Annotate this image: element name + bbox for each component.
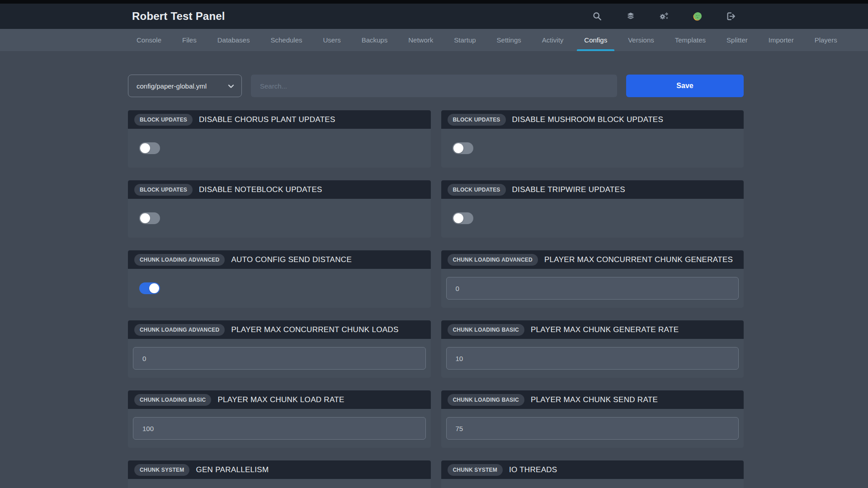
category-badge: BLOCK UPDATES [448,184,506,196]
config-card-header: CHUNK LOADING ADVANCEDPLAYER MAX CONCURR… [441,250,744,269]
config-card-header: CHUNK SYSTEMIO THREADS [441,460,744,479]
toggle-knob [149,283,159,293]
tab-databases[interactable]: Databases [210,29,257,51]
config-toggle[interactable] [139,142,160,154]
config-card-header: CHUNK LOADING BASICPLAYER MAX CHUNK SEND… [441,390,744,409]
main-content: config/paper-global.yml Save BLOCK UPDAT… [128,75,744,488]
tab-schedules[interactable]: Schedules [263,29,309,51]
config-card: CHUNK LOADING BASICPLAYER MAX CHUNK SEND… [441,390,744,448]
config-card-body [128,409,431,448]
tab-activity[interactable]: Activity [535,29,571,51]
config-title: PLAYER MAX CONCURRENT CHUNK GENERATES [544,255,733,264]
config-title: DISABLE CHORUS PLANT UPDATES [199,115,335,124]
config-card: CHUNK LOADING BASICPLAYER MAX CHUNK LOAD… [128,390,431,448]
toggle-knob [140,213,150,223]
configs-toolbar: config/paper-global.yml Save [128,75,744,97]
config-card-body [128,199,431,238]
category-badge: CHUNK SYSTEM [448,464,503,476]
tab-players[interactable]: Players [807,29,844,51]
config-card-header: CHUNK SYSTEMGEN PARALLELISM [128,460,431,479]
tab-network[interactable]: Network [401,29,440,51]
toggle-knob [453,213,463,223]
config-toggle[interactable] [453,212,473,224]
config-value-input[interactable] [446,277,739,300]
top-black-strip [0,0,868,4]
config-title: IO THREADS [509,465,557,474]
config-value-input[interactable] [133,417,426,440]
layers-icon[interactable] [626,11,636,21]
config-title: PLAYER MAX CHUNK GENERATE RATE [531,325,679,334]
category-badge: CHUNK LOADING BASIC [448,324,524,336]
save-button[interactable]: Save [626,75,744,97]
config-card: CHUNK LOADING ADVANCEDAUTO CONFIG SEND D… [128,250,431,308]
tab-users[interactable]: Users [316,29,348,51]
config-card-header: CHUNK LOADING BASICPLAYER MAX CHUNK LOAD… [128,390,431,409]
search-icon[interactable] [592,11,602,21]
config-card-body [441,269,744,308]
config-card-header: BLOCK UPDATESDISABLE MUSHROOM BLOCK UPDA… [441,110,744,129]
chevron-down-icon [228,82,234,90]
tab-importer[interactable]: Importer [761,29,801,51]
config-title: PLAYER MAX CONCURRENT CHUNK LOADS [231,325,398,334]
config-card-header: CHUNK LOADING ADVANCEDPLAYER MAX CONCURR… [128,320,431,339]
config-card: BLOCK UPDATESDISABLE CHORUS PLANT UPDATE… [128,110,431,168]
config-card: CHUNK LOADING ADVANCEDPLAYER MAX CONCURR… [128,320,431,378]
config-cards-grid: BLOCK UPDATESDISABLE CHORUS PLANT UPDATE… [128,110,744,488]
gears-icon[interactable] [659,11,669,21]
config-file-select[interactable]: config/paper-global.yml [128,75,242,97]
tab-settings[interactable]: Settings [490,29,528,51]
tab-configs[interactable]: Configs [577,29,614,51]
tab-versions[interactable]: Versions [621,29,661,51]
config-title: AUTO CONFIG SEND DISTANCE [231,255,352,264]
category-badge: BLOCK UPDATES [134,114,193,126]
config-title: DISABLE NOTEBLOCK UPDATES [199,185,322,194]
config-title: DISABLE MUSHROOM BLOCK UPDATES [512,115,664,124]
tab-splitter[interactable]: Splitter [719,29,755,51]
category-badge: CHUNK LOADING ADVANCED [134,324,225,336]
toggle-knob [140,143,150,153]
tab-backups[interactable]: Backups [354,29,395,51]
category-badge: CHUNK SYSTEM [134,464,189,476]
config-card-body [441,199,744,238]
tab-startup[interactable]: Startup [447,29,483,51]
config-value-input[interactable] [446,417,739,440]
nav-bar: ConsoleFilesDatabasesSchedulesUsersBacku… [0,29,868,51]
config-title: PLAYER MAX CHUNK LOAD RATE [217,395,344,404]
toggle-knob [453,143,463,153]
config-card-body [128,269,431,308]
config-toggle[interactable] [139,212,160,224]
config-file-select-value: config/paper-global.yml [137,82,228,90]
config-card-header: CHUNK LOADING BASICPLAYER MAX CHUNK GENE… [441,320,744,339]
config-card-body [441,339,744,378]
config-value-input[interactable] [446,347,739,370]
config-card: BLOCK UPDATESDISABLE MUSHROOM BLOCK UPDA… [441,110,744,168]
config-card-body [128,479,431,488]
config-card-header: BLOCK UPDATESDISABLE NOTEBLOCK UPDATES [128,180,431,199]
avatar[interactable] [693,11,703,21]
config-value-input[interactable] [133,347,426,370]
category-badge: CHUNK LOADING ADVANCED [448,254,538,266]
category-badge: CHUNK LOADING BASIC [134,394,211,406]
config-card-body [441,479,744,488]
config-card-header: CHUNK LOADING ADVANCEDAUTO CONFIG SEND D… [128,250,431,269]
config-card-body [441,129,744,168]
tab-templates[interactable]: Templates [668,29,713,51]
app-header: Robert Test Panel [0,4,868,29]
config-toggle[interactable] [453,142,473,154]
config-card: BLOCK UPDATESDISABLE TRIPWIRE UPDATES [441,180,744,238]
category-badge: CHUNK LOADING ADVANCED [134,254,225,266]
config-card-header: BLOCK UPDATESDISABLE CHORUS PLANT UPDATE… [128,110,431,129]
config-card: CHUNK LOADING BASICPLAYER MAX CHUNK GENE… [441,320,744,378]
header-icon-group [592,4,736,29]
config-card: CHUNK LOADING ADVANCEDPLAYER MAX CONCURR… [441,250,744,308]
logout-icon[interactable] [726,11,736,21]
config-card-body [128,339,431,378]
tab-console[interactable]: Console [129,29,169,51]
category-badge: CHUNK LOADING BASIC [448,394,524,406]
search-input[interactable] [251,75,617,97]
config-toggle[interactable] [139,282,160,294]
config-card-body [128,129,431,168]
config-title: GEN PARALLELISM [196,465,269,474]
category-badge: BLOCK UPDATES [134,184,193,196]
tab-files[interactable]: Files [175,29,204,51]
